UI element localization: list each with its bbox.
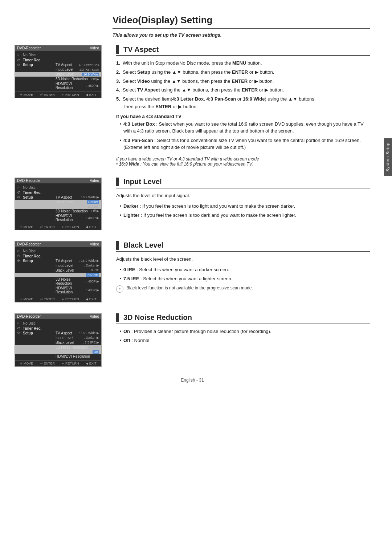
input-level-description: Adjusts the level of the input signal. — [116, 192, 370, 200]
input-level-menu: DVD-Recorder Video ○ No Disc ⏱ Timer Rec… — [15, 178, 109, 230]
noise-reduction-menu: DVD-Recorder Video ○ No Disc ⏱ Timer Rec… — [15, 313, 109, 367]
page-footer: English - 31 — [15, 378, 370, 390]
tv-aspect-menu: DVD-Recorder Video ○ No Disc ⏱ Timer Rec… — [15, 45, 109, 167]
note-icon: ✦ — [116, 285, 123, 293]
black-level-menu: DVD-Recorder Video ○ No Disc ⏱ Timer Rec… — [15, 241, 109, 302]
tv-aspect-steps: 1.With the unit in Stop mode/No Disc mod… — [116, 60, 370, 111]
noise-reduction-heading: 3D Noise Reduction — [116, 313, 370, 324]
tv-aspect-heading: TV Aspect — [116, 45, 370, 56]
input-level-bullets: Darker : If you feel the screen is too l… — [120, 203, 370, 219]
page-subtitle: This allows you to set up the TV screen … — [113, 32, 370, 38]
black-level-description: Adjusts the black level of the screen. — [116, 256, 370, 263]
noise-reduction-bullets: On : Provides a cleaner picture through … — [120, 328, 370, 344]
tv-aspect-wide-note: If you have a wide screen TV or 4:3 stan… — [116, 154, 370, 167]
tv-aspect-standard-heading: If you have a 4:3 standard TV — [116, 114, 370, 119]
black-level-bullets: 0 IRE : Select this when you want a dark… — [120, 266, 370, 282]
tv-aspect-standard-bullets: 4:3 Letter Box : Select when you want to… — [120, 121, 370, 151]
black-level-heading: Black Level — [116, 241, 370, 252]
black-level-note: ✦ Black level function is not available … — [116, 285, 370, 293]
page-title: Video(Display) Setting — [113, 15, 370, 29]
input-level-heading: Input Level — [116, 178, 370, 188]
side-tab: System Setup — [384, 138, 392, 176]
